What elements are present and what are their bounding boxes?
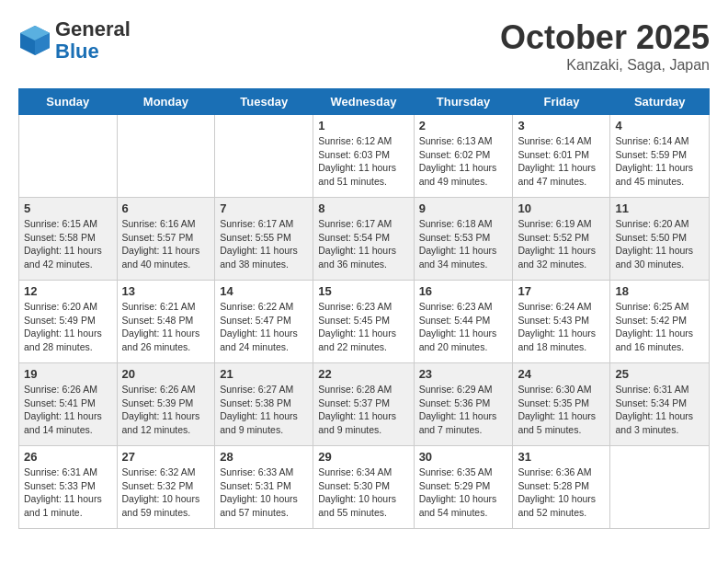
calendar-cell: 7Sunrise: 6:17 AMSunset: 5:55 PMDaylight… [215, 198, 313, 281]
day-number: 24 [518, 367, 605, 381]
month-title: October 2025 [500, 18, 710, 57]
day-number: 21 [220, 367, 308, 381]
cell-sun-info: Sunrise: 6:35 AMSunset: 5:29 PMDaylight:… [419, 465, 508, 520]
cell-sun-info: Sunrise: 6:26 AMSunset: 5:39 PMDaylight:… [122, 383, 210, 437]
calendar-cell: 18Sunrise: 6:25 AMSunset: 5:42 PMDayligh… [610, 281, 710, 363]
cell-sun-info: Sunrise: 6:12 AMSunset: 6:03 PMDaylight:… [318, 134, 408, 189]
calendar-week-row: 12Sunrise: 6:20 AMSunset: 5:49 PMDayligh… [19, 281, 710, 363]
day-number: 19 [24, 367, 112, 381]
calendar-cell: 16Sunrise: 6:23 AMSunset: 5:44 PMDayligh… [414, 281, 513, 363]
calendar-cell [117, 115, 215, 198]
day-of-week-header: Saturday [610, 89, 710, 115]
calendar-week-row: 5Sunrise: 6:15 AMSunset: 5:58 PMDaylight… [19, 198, 710, 281]
cell-sun-info: Sunrise: 6:17 AMSunset: 5:55 PMDaylight:… [220, 217, 308, 271]
calendar-cell: 22Sunrise: 6:28 AMSunset: 5:37 PMDayligh… [313, 363, 414, 446]
day-of-week-header: Thursday [414, 89, 513, 115]
calendar-cell: 12Sunrise: 6:20 AMSunset: 5:49 PMDayligh… [19, 281, 118, 363]
day-number: 22 [318, 367, 408, 381]
calendar-cell: 31Sunrise: 6:36 AMSunset: 5:28 PMDayligh… [513, 446, 610, 529]
day-number: 17 [518, 284, 605, 298]
day-of-week-header: Sunday [19, 89, 118, 115]
cell-sun-info: Sunrise: 6:23 AMSunset: 5:45 PMDaylight:… [318, 300, 408, 354]
cell-sun-info: Sunrise: 6:24 AMSunset: 5:43 PMDaylight:… [518, 300, 605, 354]
calendar-cell: 8Sunrise: 6:17 AMSunset: 5:54 PMDaylight… [313, 198, 414, 281]
calendar-cell: 29Sunrise: 6:34 AMSunset: 5:30 PMDayligh… [313, 446, 414, 529]
day-number: 16 [419, 284, 508, 298]
day-number: 12 [24, 284, 112, 298]
logo-icon [18, 24, 51, 57]
day-number: 3 [518, 119, 605, 132]
day-number: 11 [615, 201, 704, 215]
day-number: 27 [122, 450, 210, 464]
calendar-cell: 27Sunrise: 6:32 AMSunset: 5:32 PMDayligh… [117, 446, 215, 529]
day-number: 14 [220, 284, 308, 298]
day-of-week-header: Monday [117, 89, 215, 115]
day-number: 23 [419, 367, 508, 381]
day-number: 2 [419, 119, 508, 132]
cell-sun-info: Sunrise: 6:18 AMSunset: 5:53 PMDaylight:… [419, 217, 508, 271]
calendar-cell: 28Sunrise: 6:33 AMSunset: 5:31 PMDayligh… [215, 446, 313, 529]
calendar-cell: 4Sunrise: 6:14 AMSunset: 5:59 PMDaylight… [610, 115, 710, 198]
day-of-week-header: Tuesday [215, 89, 313, 115]
cell-sun-info: Sunrise: 6:14 AMSunset: 6:01 PMDaylight:… [518, 134, 605, 189]
calendar-cell: 26Sunrise: 6:31 AMSunset: 5:33 PMDayligh… [19, 446, 118, 529]
calendar-cell [19, 115, 118, 198]
day-number: 15 [318, 284, 408, 298]
cell-sun-info: Sunrise: 6:17 AMSunset: 5:54 PMDaylight:… [318, 217, 408, 271]
calendar-cell: 5Sunrise: 6:15 AMSunset: 5:58 PMDaylight… [19, 198, 118, 281]
calendar-cell: 17Sunrise: 6:24 AMSunset: 5:43 PMDayligh… [513, 281, 610, 363]
day-number: 18 [615, 284, 704, 298]
day-number: 20 [122, 367, 210, 381]
day-number: 28 [220, 450, 308, 464]
cell-sun-info: Sunrise: 6:36 AMSunset: 5:28 PMDaylight:… [518, 465, 605, 520]
calendar-cell: 2Sunrise: 6:13 AMSunset: 6:02 PMDaylight… [414, 115, 513, 198]
calendar-week-row: 1Sunrise: 6:12 AMSunset: 6:03 PMDaylight… [19, 115, 710, 198]
cell-sun-info: Sunrise: 6:33 AMSunset: 5:31 PMDaylight:… [220, 465, 308, 520]
day-number: 6 [122, 201, 210, 215]
day-number: 9 [419, 201, 508, 215]
cell-sun-info: Sunrise: 6:14 AMSunset: 5:59 PMDaylight:… [615, 134, 704, 189]
cell-sun-info: Sunrise: 6:13 AMSunset: 6:02 PMDaylight:… [419, 134, 508, 189]
calendar-cell: 9Sunrise: 6:18 AMSunset: 5:53 PMDaylight… [414, 198, 513, 281]
calendar-cell: 21Sunrise: 6:27 AMSunset: 5:38 PMDayligh… [215, 363, 313, 446]
location-text: Kanzaki, Saga, Japan [500, 57, 710, 74]
calendar-table: SundayMondayTuesdayWednesdayThursdayFrid… [18, 88, 710, 529]
cell-sun-info: Sunrise: 6:20 AMSunset: 5:50 PMDaylight:… [615, 217, 704, 271]
cell-sun-info: Sunrise: 6:31 AMSunset: 5:34 PMDaylight:… [615, 383, 704, 437]
day-number: 29 [318, 450, 408, 464]
cell-sun-info: Sunrise: 6:31 AMSunset: 5:33 PMDaylight:… [24, 465, 112, 520]
cell-sun-info: Sunrise: 6:15 AMSunset: 5:58 PMDaylight:… [24, 217, 112, 271]
calendar-cell: 30Sunrise: 6:35 AMSunset: 5:29 PMDayligh… [414, 446, 513, 529]
logo-general-text: General [55, 18, 131, 40]
calendar-cell [610, 446, 710, 529]
cell-sun-info: Sunrise: 6:27 AMSunset: 5:38 PMDaylight:… [220, 383, 308, 437]
cell-sun-info: Sunrise: 6:22 AMSunset: 5:47 PMDaylight:… [220, 300, 308, 354]
calendar-cell: 13Sunrise: 6:21 AMSunset: 5:48 PMDayligh… [117, 281, 215, 363]
page-header: General Blue October 2025 Kanzaki, Saga,… [18, 18, 710, 74]
calendar-cell: 25Sunrise: 6:31 AMSunset: 5:34 PMDayligh… [610, 363, 710, 446]
cell-sun-info: Sunrise: 6:21 AMSunset: 5:48 PMDaylight:… [122, 300, 210, 354]
cell-sun-info: Sunrise: 6:28 AMSunset: 5:37 PMDaylight:… [318, 383, 408, 437]
day-number: 7 [220, 201, 308, 215]
day-number: 25 [615, 367, 704, 381]
day-number: 26 [24, 450, 112, 464]
day-number: 5 [24, 201, 112, 215]
calendar-cell: 20Sunrise: 6:26 AMSunset: 5:39 PMDayligh… [117, 363, 215, 446]
cell-sun-info: Sunrise: 6:16 AMSunset: 5:57 PMDaylight:… [122, 217, 210, 271]
calendar-week-row: 19Sunrise: 6:26 AMSunset: 5:41 PMDayligh… [19, 363, 710, 446]
calendar-cell: 10Sunrise: 6:19 AMSunset: 5:52 PMDayligh… [513, 198, 610, 281]
day-number: 30 [419, 450, 508, 464]
calendar-cell: 14Sunrise: 6:22 AMSunset: 5:47 PMDayligh… [215, 281, 313, 363]
calendar-cell: 6Sunrise: 6:16 AMSunset: 5:57 PMDaylight… [117, 198, 215, 281]
day-of-week-header: Friday [513, 89, 610, 115]
day-number: 10 [518, 201, 605, 215]
logo-blue-text: Blue [55, 40, 131, 63]
cell-sun-info: Sunrise: 6:23 AMSunset: 5:44 PMDaylight:… [419, 300, 508, 354]
logo: General Blue [18, 18, 131, 63]
calendar-cell: 11Sunrise: 6:20 AMSunset: 5:50 PMDayligh… [610, 198, 710, 281]
day-number: 1 [318, 119, 408, 132]
cell-sun-info: Sunrise: 6:20 AMSunset: 5:49 PMDaylight:… [24, 300, 112, 354]
day-number: 8 [318, 201, 408, 215]
calendar-cell: 15Sunrise: 6:23 AMSunset: 5:45 PMDayligh… [313, 281, 414, 363]
cell-sun-info: Sunrise: 6:19 AMSunset: 5:52 PMDaylight:… [518, 217, 605, 271]
